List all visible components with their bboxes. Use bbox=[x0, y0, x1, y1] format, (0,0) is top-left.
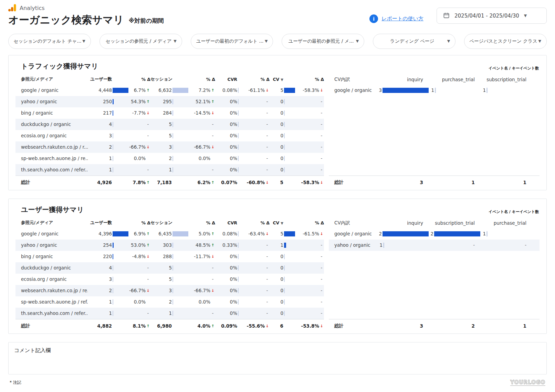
cv-column-header-inquiry[interactable]: inquiry bbox=[377, 77, 429, 82]
cv-breakdown-table: CV内訳inquirypurchase_trialsubscription_tr… bbox=[329, 74, 540, 189]
cv-cell: 3 bbox=[377, 87, 429, 93]
filter-chip-5[interactable]: ランディング ページ▼ bbox=[373, 34, 455, 49]
table-row: ecosia.org / organic3-5-0%-0- bbox=[15, 130, 324, 141]
cell-users_d: 0.0% bbox=[128, 299, 150, 305]
cell-users: 4 bbox=[88, 121, 128, 127]
user-summary-card: ユーザー獲得サマリ イベント名 / キーイベント数 参照元/メディアユーザー数%… bbox=[8, 199, 547, 334]
cell-sessions: 6,435 bbox=[150, 231, 188, 236]
filter-chip-label: セッションのデフォルト チャ... bbox=[9, 38, 91, 44]
cv-column-header-label[interactable]: CV内訳 bbox=[329, 76, 377, 83]
cell-cvr_d: - bbox=[241, 156, 270, 161]
cell-sessions_d: 0.0% bbox=[188, 156, 215, 161]
column-header-source[interactable]: 参照元/メディア bbox=[15, 220, 88, 226]
row-source: yahoo / organic bbox=[15, 99, 88, 104]
cell-sessions: 3 bbox=[150, 144, 188, 150]
cell-sessions: 303 bbox=[150, 242, 188, 248]
row-source: google / organic bbox=[15, 87, 88, 93]
sort-caret-icon: ▼ bbox=[281, 221, 283, 225]
filter-chip-2[interactable]: セッションの参照元 / メディア▼ bbox=[100, 34, 182, 49]
cell-cvr_d: - bbox=[241, 99, 270, 104]
cell-users_d: - bbox=[128, 167, 150, 172]
column-header-cvr[interactable]: CVR bbox=[215, 77, 241, 82]
cell-sessions_d: - bbox=[188, 310, 215, 316]
cv-table-row: google / organic221 bbox=[329, 228, 540, 240]
cell-cv: 5 bbox=[270, 180, 295, 185]
cell-sessions: 5 bbox=[150, 133, 188, 138]
info-icon[interactable]: i bbox=[369, 14, 378, 23]
table-row: duckduckgo / organic4-5-0%-0- bbox=[15, 262, 324, 274]
date-range-picker[interactable]: 2025/04/01 - 2025/04/30 ▼ bbox=[437, 8, 547, 24]
column-header-delta[interactable]: % Δ bbox=[241, 220, 270, 225]
cv-header-row: CV内訳inquirysubscription_trialpurchase_tr… bbox=[329, 218, 540, 228]
column-header-delta[interactable]: % Δ bbox=[241, 77, 270, 82]
column-header-delta[interactable]: % Δ bbox=[128, 220, 150, 225]
cv-table-spacer bbox=[329, 251, 540, 319]
cell-cv_d: - bbox=[295, 299, 324, 305]
cell-sessions_d: - bbox=[188, 121, 215, 127]
column-header-delta[interactable]: % Δ bbox=[128, 77, 150, 82]
table-total-row: 総計4,9267.8%↑7,1836.2%↑0.07%-60.8%↓5-58.3… bbox=[15, 176, 324, 189]
column-header-delta[interactable]: % Δ bbox=[188, 77, 215, 82]
cv-table-row: google / organic311 bbox=[329, 85, 540, 96]
column-header-delta[interactable]: % Δ bbox=[295, 220, 324, 225]
cell-sessions: 1 bbox=[150, 167, 188, 172]
cv-column-header-purchase_trial[interactable]: purchase_trial bbox=[480, 220, 532, 226]
cell-users: 1 bbox=[88, 167, 128, 172]
column-header-cvr[interactable]: CVR bbox=[215, 220, 241, 225]
table-row: websearch.rakuten.co.jp / re...2-66.7%↓3… bbox=[15, 285, 324, 296]
table-row: google / organic4,3966.9%↑6,4355.0%↑0.08… bbox=[15, 228, 324, 240]
cell-users: 4 bbox=[88, 265, 128, 271]
cell-sessions: 2 bbox=[150, 299, 188, 305]
column-header-delta[interactable]: % Δ bbox=[188, 220, 215, 225]
cell-cvr_d: -61.1%↓ bbox=[241, 87, 270, 93]
cv-column-header-purchase_trial[interactable]: purchase_trial bbox=[429, 77, 480, 82]
cell-cv_d: - bbox=[295, 167, 324, 172]
cv-column-header-label[interactable]: CV内訳 bbox=[329, 220, 377, 226]
cell-users: 1 bbox=[88, 310, 128, 316]
cell-sessions: 6,632 bbox=[150, 87, 188, 93]
cv-total-value: 3 bbox=[377, 323, 429, 329]
filter-chip-1[interactable]: セッションのデフォルト チャ...▼ bbox=[8, 34, 91, 49]
sort-caret-icon: ▼ bbox=[281, 78, 283, 82]
cell-cv: 0 bbox=[270, 99, 295, 104]
cell-cvr: 0% bbox=[215, 254, 241, 259]
cell-sessions_d: 5.0%↑ bbox=[188, 231, 215, 236]
row-source: sp-web.search.auone.jp / ref... bbox=[15, 299, 88, 305]
event-note: イベント名 / キーイベント数 bbox=[489, 209, 539, 214]
table-header-row: 参照元/メディアユーザー数% Δセッション% ΔCVR% ΔCV▼% Δ bbox=[15, 218, 324, 228]
cell-users_d: 53.0%↑ bbox=[128, 242, 150, 248]
column-header-cv[interactable]: CV▼ bbox=[270, 220, 295, 225]
column-header-source[interactable]: 参照元/メディア bbox=[15, 76, 88, 82]
column-header-sessions[interactable]: セッション bbox=[150, 76, 188, 82]
cell-cv: 1 bbox=[270, 242, 295, 248]
cell-cvr: 0% bbox=[215, 110, 241, 116]
column-header-sessions[interactable]: セッション bbox=[150, 220, 188, 226]
cell-sessions_d: 48.5%↑ bbox=[188, 242, 215, 248]
cell-cv: 0 bbox=[270, 299, 295, 305]
filter-chip-4[interactable]: ユーザーの最初の参照元 / メ...▼ bbox=[282, 34, 364, 49]
cv-row-source: google / organic bbox=[329, 231, 377, 236]
cv-cell: 2 bbox=[429, 231, 480, 236]
cv-table-spacer bbox=[329, 96, 540, 176]
column-header-cv[interactable]: CV▼ bbox=[270, 77, 295, 82]
main-table: 参照元/メディアユーザー数% Δセッション% ΔCVR% ΔCV▼% Δgoog… bbox=[15, 74, 324, 189]
cv-cell: 1 bbox=[480, 87, 532, 93]
report-help-link[interactable]: レポートの使い方 bbox=[381, 15, 423, 22]
row-source: bing / organic bbox=[15, 254, 88, 259]
cv-column-header-subscription_trial[interactable]: subscription_trial bbox=[480, 77, 532, 82]
filter-chip-6[interactable]: ページパスとスクリーン クラス▼ bbox=[464, 34, 547, 49]
column-header-users[interactable]: ユーザー数 bbox=[88, 76, 128, 82]
cell-users: 2 bbox=[88, 288, 128, 293]
cv-column-header-inquiry[interactable]: inquiry bbox=[377, 220, 429, 226]
row-source: google / organic bbox=[15, 231, 88, 236]
table-title: ユーザー獲得サマリ bbox=[21, 205, 84, 214]
cv-column-header-subscription_trial[interactable]: subscription_trial bbox=[429, 220, 480, 226]
row-source: 総計 bbox=[15, 323, 88, 329]
column-header-delta[interactable]: % Δ bbox=[295, 77, 324, 82]
watermark-logo: YOURLOGO bbox=[510, 379, 545, 386]
filter-chip-3[interactable]: ユーザーの最初のデフォルト ...▼ bbox=[191, 34, 273, 49]
column-header-users[interactable]: ユーザー数 bbox=[88, 220, 128, 226]
cell-cvr_d: - bbox=[241, 254, 270, 259]
cv-total-value: 1 bbox=[429, 180, 480, 185]
cell-cv_d: - bbox=[295, 144, 324, 150]
